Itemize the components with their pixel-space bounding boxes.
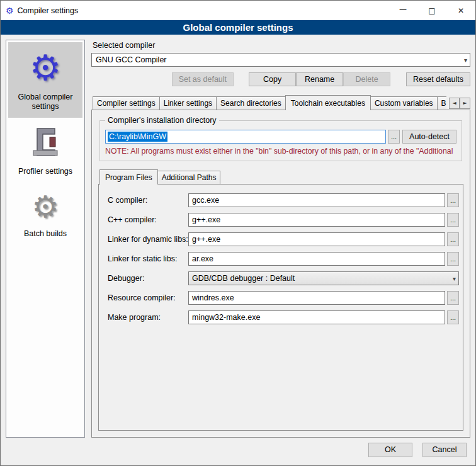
settings-category-list: ⚙ Global compiler settings Profiler sett… [6, 40, 85, 438]
make-program-browse-button[interactable]: ... [447, 310, 459, 324]
form-row: Make program: mingw32-make.exe ... [108, 310, 459, 324]
linker-static-browse-button[interactable]: ... [447, 252, 459, 266]
dialog-footer: OK Cancel [1, 438, 475, 465]
title-bar: ⚙ Compiler settings — □ ✕ [1, 1, 475, 20]
c-compiler-label: C compiler: [108, 196, 188, 205]
resource-compiler-browse-button[interactable]: ... [447, 291, 459, 305]
compiler-select[interactable]: GNU GCC Compiler ▾ [91, 53, 470, 67]
make-program-input[interactable]: mingw32-make.exe [188, 310, 445, 324]
debugger-label: Debugger: [108, 274, 188, 283]
installation-directory-input[interactable]: C:\raylib\MinGW [105, 130, 386, 144]
cpp-compiler-label: C++ compiler: [108, 215, 188, 224]
resource-compiler-input[interactable]: windres.exe [188, 291, 445, 305]
cancel-button[interactable]: Cancel [422, 443, 467, 457]
linker-static-label: Linker for static libs: [108, 254, 188, 263]
installation-directory-row: C:\raylib\MinGW ... Auto-detect [105, 130, 456, 144]
linker-static-value: ar.exe [192, 254, 213, 263]
minimize-button[interactable]: — [388, 1, 417, 20]
main-panel: Selected compiler GNU GCC Compiler ▾ Set… [91, 40, 470, 438]
linker-dynamic-value: g++.exe [192, 235, 220, 244]
form-row: C++ compiler: g++.exe ... [108, 213, 459, 227]
gray-gear-icon: ⚙ [31, 190, 59, 223]
cpp-compiler-input[interactable]: g++.exe [188, 213, 445, 227]
make-program-value: mingw32-make.exe [192, 313, 260, 322]
c-compiler-value: gcc.exe [192, 196, 219, 205]
close-button[interactable]: ✕ [446, 1, 475, 20]
selected-compiler-label: Selected compiler [93, 41, 470, 50]
installation-directory-group: Compiler's installation directory C:\ray… [99, 120, 462, 161]
resource-compiler-label: Resource compiler: [108, 293, 188, 302]
installation-directory-legend: Compiler's installation directory [105, 116, 219, 125]
subtabs-scroll-area: Program Files Additional Paths [99, 169, 463, 185]
sidebar-item-label: Global compiler settings [9, 93, 81, 111]
tab-scroll-left-button[interactable]: ◄ [449, 98, 460, 109]
window-title: Compiler settings [18, 6, 79, 15]
sidebar-item-global-compiler-settings[interactable]: ⚙ Global compiler settings [8, 42, 82, 118]
blue-gear-icon: ⚙ [30, 50, 61, 86]
tab-build-options[interactable]: Buil [437, 96, 446, 110]
tab-search-directories[interactable]: Search directories [216, 96, 286, 110]
page-title: Global compiler settings [1, 20, 475, 35]
c-compiler-input[interactable]: gcc.exe [188, 193, 445, 207]
sidebar-item-batch-builds[interactable]: ⚙ Batch builds [8, 183, 82, 245]
linker-dynamic-input[interactable]: g++.exe [188, 232, 445, 246]
tab-custom-variables[interactable]: Custom variables [370, 96, 438, 110]
reset-defaults-button[interactable]: Reset defaults [406, 72, 470, 86]
tab-program-files[interactable]: Program Files [99, 169, 158, 185]
copy-button[interactable]: Copy [249, 72, 296, 86]
tabs-scroll-area: Compiler settings Linker settings Search… [93, 95, 446, 110]
settings-tab-strip: Compiler settings Linker settings Search… [91, 95, 470, 110]
delete-button: Delete [343, 72, 390, 86]
form-row: Linker for static libs: ar.exe ... [108, 252, 459, 266]
tab-additional-paths[interactable]: Additional Paths [157, 171, 221, 184]
compiler-actions: Set as default Copy Rename Delete Reset … [91, 72, 470, 86]
form-row: Resource compiler: windres.exe ... [108, 291, 459, 305]
caption-buttons: — □ ✕ [388, 1, 475, 20]
scroll-left-icon: ◄ [452, 101, 456, 106]
tab-compiler-settings[interactable]: Compiler settings [93, 96, 160, 110]
tab-toolchain-executables[interactable]: Toolchain executables [285, 95, 371, 110]
clamp-tool-icon [28, 125, 62, 161]
cpp-compiler-value: g++.exe [192, 215, 220, 224]
sidebar-item-label: Batch builds [24, 229, 67, 239]
bin-subdirectory-note: NOTE: All programs must exist either in … [105, 147, 456, 156]
toolchain-executables-panel: Compiler's installation directory C:\ray… [91, 110, 470, 438]
form-row: Linker for dynamic libs: g++.exe ... [108, 232, 459, 246]
rename-button[interactable]: Rename [296, 72, 343, 86]
minimize-icon: — [399, 5, 407, 14]
dialog-body: ⚙ Global compiler settings Profiler sett… [1, 35, 475, 438]
compiler-select-value: GNU GCC Compiler [96, 55, 167, 64]
compiler-settings-window: ⚙ Compiler settings — □ ✕ Global compile… [0, 0, 476, 466]
tab-linker-settings[interactable]: Linker settings [159, 96, 217, 110]
sidebar-item-profiler-settings[interactable]: Profiler settings [8, 118, 82, 183]
auto-detect-button[interactable]: Auto-detect [402, 130, 456, 144]
app-gear-icon: ⚙ [6, 6, 14, 15]
linker-static-input[interactable]: ar.exe [188, 252, 445, 266]
debugger-select[interactable]: GDB/CDB debugger : Default ▾ [188, 271, 459, 285]
linker-dynamic-browse-button[interactable]: ... [447, 232, 459, 246]
c-compiler-browse-button[interactable]: ... [447, 193, 459, 207]
program-files-tab-strip: Program Files Additional Paths [98, 169, 463, 185]
make-program-label: Make program: [108, 313, 188, 322]
chevron-down-icon: ▾ [453, 272, 456, 285]
installation-directory-value: C:\raylib\MinGW [108, 132, 167, 142]
chevron-down-icon: ▾ [464, 54, 467, 66]
maximize-icon: □ [428, 6, 435, 15]
close-icon: ✕ [458, 6, 464, 15]
maximize-button[interactable]: □ [417, 1, 446, 20]
tab-scroll-right-button[interactable]: ► [460, 98, 470, 109]
ok-button[interactable]: OK [368, 443, 412, 457]
cpp-compiler-browse-button[interactable]: ... [447, 213, 459, 227]
installation-directory-browse-button[interactable]: ... [388, 130, 400, 144]
scroll-right-icon: ► [463, 101, 467, 106]
form-row: C compiler: gcc.exe ... [108, 193, 459, 207]
sidebar-item-label: Profiler settings [18, 167, 72, 176]
form-row: Debugger: GDB/CDB debugger : Default ▾ [108, 271, 459, 285]
program-files-panel: C compiler: gcc.exe ... C++ compiler: g+… [98, 184, 463, 431]
debugger-select-value: GDB/CDB debugger : Default [192, 274, 295, 283]
resource-compiler-value: windres.exe [192, 293, 234, 302]
set-as-default-button: Set as default [172, 72, 234, 86]
linker-dynamic-label: Linker for dynamic libs: [108, 235, 188, 244]
